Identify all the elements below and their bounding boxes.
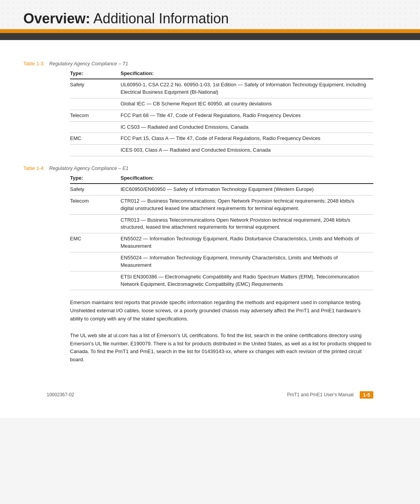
type-cell: Safety xyxy=(70,184,121,195)
table-row: CTR013 — Business Telecommunications Ope… xyxy=(70,214,373,233)
spec-cell: IC CS03 — Radiated and Conducted Emissio… xyxy=(121,121,373,133)
page-number: 1-5 xyxy=(360,391,373,399)
table-row: EMC FCC Part 15, Class A — Title 47, Cod… xyxy=(70,133,373,145)
table-row: Global IEC — CB Scheme Report IEC 60950,… xyxy=(70,98,373,110)
doc-number: 10002367-02 xyxy=(47,392,74,397)
type-cell: EMC xyxy=(70,133,121,145)
type-cell: Telecom xyxy=(70,110,121,121)
table1-col-type: Type: xyxy=(70,68,121,79)
table2-col-type: Type: xyxy=(70,173,121,184)
spec-cell: ICES 003, Class A — Radiated and Conduct… xyxy=(121,145,373,156)
spec-cell: EN55022 — Information Technology Equipme… xyxy=(121,233,373,252)
dark-bar xyxy=(0,33,420,40)
footer-right: PmT1 and PmE1 User's Manual 1-5 xyxy=(287,391,373,399)
table1: Type: Specification: Safety UL60950-1, C… xyxy=(70,68,373,156)
manual-title: PmT1 and PmE1 User's Manual xyxy=(287,392,354,397)
spec-cell: CTR012 — Business Telecommunications; Op… xyxy=(121,195,373,214)
table-row: Safety UL60950-1, CSA C22.2 No. 60950-1-… xyxy=(70,79,373,98)
paragraph-1: Emerson maintains test reports that prov… xyxy=(70,299,373,323)
table2-label-desc: Regulatory Agency Compliance – E1 xyxy=(49,166,128,171)
paragraph-2: The UL web site at ul.com has a list of … xyxy=(70,332,373,364)
page-title: Overview: Additional Information xyxy=(23,7,397,27)
spec-cell: ETSI EN300386 — Electromagnetic Compatib… xyxy=(121,271,373,290)
table-row: EMC EN55022 — Information Technology Equ… xyxy=(70,233,373,252)
spec-cell: CTR013 — Business Telecommunications Ope… xyxy=(121,214,373,233)
page-header: Overview: Additional Information xyxy=(0,0,420,29)
type-cell xyxy=(70,271,121,290)
table1-label-word: Table xyxy=(23,61,35,66)
type-cell: Safety xyxy=(70,79,121,98)
type-cell xyxy=(70,98,121,110)
title-bold: Overview: xyxy=(23,10,90,26)
table1-label-desc: Regulatory Agency Compliance – T1 xyxy=(49,61,128,66)
main-content: Table 1-3: Regulatory Agency Compliance … xyxy=(0,40,420,418)
type-cell xyxy=(70,121,121,133)
spec-cell: Global IEC — CB Scheme Report IEC 60950,… xyxy=(121,98,373,110)
table2-label-num: 1-4: xyxy=(36,166,45,171)
orange-bar xyxy=(0,29,420,33)
spec-cell: IEC60950/EN60950 — Safety of Information… xyxy=(121,184,373,195)
table-row: EN55024 — Information Technology Equipme… xyxy=(70,252,373,271)
type-cell xyxy=(70,145,121,156)
table-row: IC CS03 — Radiated and Conducted Emissio… xyxy=(70,121,373,133)
table2-label: Table 1-4: Regulatory Agency Compliance … xyxy=(23,166,397,171)
table-row: ETSI EN300386 — Electromagnetic Compatib… xyxy=(70,271,373,290)
type-cell xyxy=(70,252,121,271)
spec-cell: EN55024 — Information Technology Equipme… xyxy=(121,252,373,271)
table2-col-spec: Specification: xyxy=(121,173,373,184)
table-row: Telecom FCC Part 68 — Title 47, Code of … xyxy=(70,110,373,121)
spec-cell: FCC Part 68 — Title 47, Code of Federal … xyxy=(121,110,373,121)
table1-col-spec: Specification: xyxy=(121,68,373,79)
spec-cell: FCC Part 15, Class A — Title 47, Code of… xyxy=(121,133,373,145)
table-row: Telecom CTR012 — Business Telecommunicat… xyxy=(70,195,373,214)
title-rest: Additional Information xyxy=(90,10,229,26)
page-footer: 10002367-02 PmT1 and PmE1 User's Manual … xyxy=(23,387,397,402)
spec-cell: UL60950-1, CSA C22.2 No. 60950-1-03, 1st… xyxy=(121,79,373,98)
table2: Type: Specification: Safety IEC60950/EN6… xyxy=(70,173,373,290)
table-row: ICES 003, Class A — Radiated and Conduct… xyxy=(70,145,373,156)
table1-label: Table 1-3: Regulatory Agency Compliance … xyxy=(23,61,397,66)
type-cell: EMC xyxy=(70,233,121,252)
table-row: Safety IEC60950/EN60950 — Safety of Info… xyxy=(70,184,373,195)
type-cell: Telecom xyxy=(70,195,121,214)
table1-label-num: 1-3: xyxy=(36,61,45,66)
table2-label-word: Table xyxy=(23,166,35,171)
type-cell xyxy=(70,214,121,233)
